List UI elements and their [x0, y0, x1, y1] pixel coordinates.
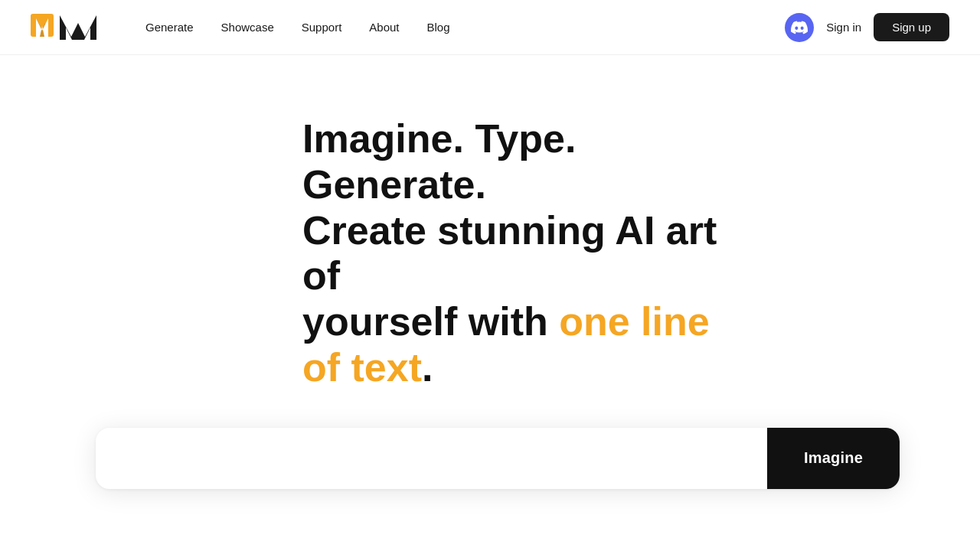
hero-heading-end: . [422, 345, 433, 390]
hero-heading-line3: yourself with [302, 299, 559, 344]
sign-in-link[interactable]: Sign in [826, 21, 861, 34]
nav-right: Sign in Sign up [785, 13, 949, 42]
hero-heading-line1: Imagine. Type. Generate. [302, 116, 576, 207]
navbar: Generate Showcase Support About Blog Sig… [0, 0, 980, 55]
hero-heading: Imagine. Type. Generate. Create stunning… [302, 116, 731, 391]
imagine-button[interactable]: Imagine [767, 428, 900, 489]
nav-item-blog[interactable]: Blog [427, 21, 450, 34]
hero-section: Imagine. Type. Generate. Create stunning… [0, 55, 980, 489]
nav-links: Generate Showcase Support About Blog [145, 21, 785, 34]
nav-item-support[interactable]: Support [302, 21, 342, 34]
discord-button[interactable] [785, 13, 814, 42]
logo[interactable] [31, 8, 115, 47]
nav-item-generate[interactable]: Generate [145, 21, 194, 34]
nav-item-showcase[interactable]: Showcase [221, 21, 274, 34]
search-input[interactable] [96, 428, 767, 489]
search-bar: Imagine [96, 428, 900, 489]
nav-item-about[interactable]: About [369, 21, 399, 34]
hero-heading-line2: Create stunning AI art of [302, 208, 717, 298]
discord-icon [791, 19, 808, 36]
sign-up-button[interactable]: Sign up [874, 13, 949, 41]
